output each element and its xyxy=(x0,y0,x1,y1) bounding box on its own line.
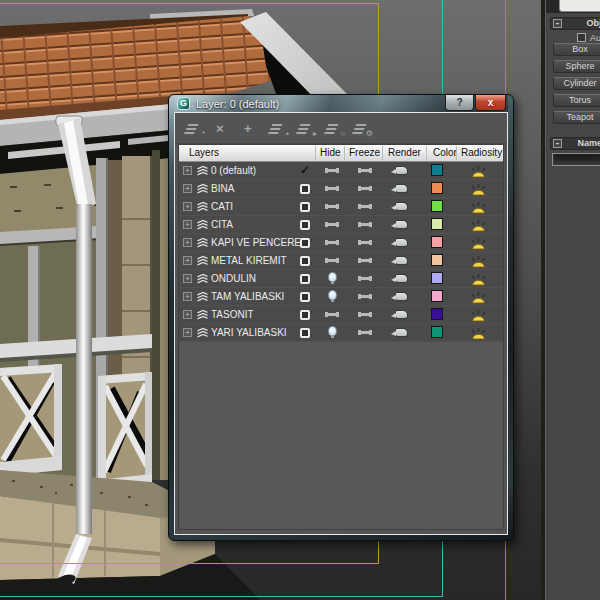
hide-dash[interactable] xyxy=(326,259,338,262)
render-icon[interactable] xyxy=(395,220,408,229)
layer-row[interactable]: +BINA xyxy=(179,180,503,198)
layer-row[interactable]: +TASONIT xyxy=(179,306,503,324)
layer-color-swatch[interactable] xyxy=(431,236,443,248)
render-icon[interactable] xyxy=(395,184,408,193)
render-icon[interactable] xyxy=(395,310,408,319)
current-layer-checkbox[interactable] xyxy=(300,328,310,338)
layer-row[interactable]: +TAM YALIBASKI xyxy=(179,288,503,306)
highlight-layer-icon[interactable]: ○ xyxy=(327,121,344,136)
hide-dash[interactable] xyxy=(326,313,338,316)
autogrid-checkbox[interactable] xyxy=(577,33,586,42)
primitive-button-box[interactable]: Box xyxy=(553,43,600,56)
column-render[interactable]: Render xyxy=(388,147,421,158)
freeze-dash[interactable] xyxy=(359,223,371,226)
freeze-dash[interactable] xyxy=(359,259,371,262)
freeze-dash[interactable] xyxy=(359,313,371,316)
layer-name[interactable]: CITA xyxy=(211,219,233,230)
render-icon[interactable] xyxy=(395,238,408,247)
render-icon[interactable] xyxy=(395,166,408,175)
primitive-button-torus[interactable]: Torus xyxy=(553,94,600,107)
layer-name[interactable]: TASONIT xyxy=(211,309,254,320)
expand-icon[interactable]: + xyxy=(183,328,192,337)
layer-row[interactable]: +KAPI VE PENCERE xyxy=(179,234,503,252)
expand-icon[interactable]: + xyxy=(183,184,192,193)
layer-properties-icon[interactable]: ⚙ xyxy=(355,121,372,136)
expand-icon[interactable]: + xyxy=(183,202,192,211)
help-button[interactable]: ? xyxy=(445,95,474,111)
current-layer-checkbox[interactable] xyxy=(300,274,310,284)
layer-color-swatch[interactable] xyxy=(431,308,443,320)
add-selection-to-layer-icon[interactable]: + xyxy=(243,121,260,136)
render-icon[interactable] xyxy=(395,274,408,283)
layer-row[interactable]: +METAL KIREMIT xyxy=(179,252,503,270)
set-current-layer-icon[interactable]: ▸ xyxy=(299,121,316,136)
layer-row[interactable]: +CITA xyxy=(179,216,503,234)
layer-color-swatch[interactable] xyxy=(431,272,443,284)
freeze-dash[interactable] xyxy=(359,205,371,208)
column-color[interactable]: Color xyxy=(433,147,457,158)
hide-dash[interactable] xyxy=(326,205,338,208)
delete-layer-icon[interactable]: × xyxy=(215,121,232,136)
layer-color-swatch[interactable] xyxy=(431,326,443,338)
freeze-dash[interactable] xyxy=(359,277,371,280)
primitive-button-sphere[interactable]: Sphere xyxy=(553,60,600,73)
close-button[interactable]: x xyxy=(475,95,506,111)
collapse-icon[interactable]: - xyxy=(553,139,562,148)
layer-color-swatch[interactable] xyxy=(431,200,443,212)
hide-dash[interactable] xyxy=(326,187,338,190)
column-radiosity[interactable]: Radiosity xyxy=(461,147,502,158)
layer-name[interactable]: ONDULIN xyxy=(211,273,256,284)
current-layer-checkbox[interactable] xyxy=(300,220,310,230)
hide-bulb-icon[interactable] xyxy=(328,326,337,336)
radiosity-icon[interactable] xyxy=(470,326,487,344)
layer-color-swatch[interactable] xyxy=(431,164,443,176)
hide-dash[interactable] xyxy=(326,223,338,226)
column-hide[interactable]: Hide xyxy=(320,147,341,158)
freeze-dash[interactable] xyxy=(359,187,371,190)
current-layer-checkbox[interactable] xyxy=(300,238,310,248)
render-icon[interactable] xyxy=(395,292,408,301)
current-layer-checkbox[interactable] xyxy=(300,310,310,320)
hide-dash[interactable] xyxy=(326,169,338,172)
hide-dash[interactable] xyxy=(326,241,338,244)
layer-color-swatch[interactable] xyxy=(431,290,443,302)
freeze-dash[interactable] xyxy=(359,169,371,172)
expand-icon[interactable]: + xyxy=(183,256,192,265)
layer-name[interactable]: TAM YALIBASKI xyxy=(211,291,284,302)
layer-name[interactable]: CATI xyxy=(211,201,233,212)
layer-row[interactable]: +CATI xyxy=(179,198,503,216)
expand-icon[interactable]: + xyxy=(183,238,192,247)
primitive-button-cylinder[interactable]: Cylinder xyxy=(553,77,600,90)
column-layers[interactable]: Layers xyxy=(189,147,219,158)
collapse-icon[interactable]: - xyxy=(553,19,562,28)
render-icon[interactable] xyxy=(395,202,408,211)
render-icon[interactable] xyxy=(395,328,408,337)
hide-bulb-icon[interactable] xyxy=(328,272,337,282)
layer-color-swatch[interactable] xyxy=(431,218,443,230)
layer-name[interactable]: KAPI VE PENCERE xyxy=(211,237,301,248)
freeze-dash[interactable] xyxy=(359,331,371,334)
column-freeze[interactable]: Freeze xyxy=(349,147,380,158)
layer-color-swatch[interactable] xyxy=(431,182,443,194)
rollout-object-type[interactable]: - Object Type xyxy=(550,17,600,30)
layer-row[interactable]: +ONDULIN xyxy=(179,270,503,288)
render-icon[interactable] xyxy=(395,256,408,265)
layer-name[interactable]: YARI YALIBASKI xyxy=(211,327,287,338)
current-layer-check[interactable]: ✓ xyxy=(298,163,312,177)
object-name-field[interactable] xyxy=(552,153,600,166)
current-layer-checkbox[interactable] xyxy=(300,202,310,212)
current-layer-checkbox[interactable] xyxy=(300,292,310,302)
primitive-button-teapot[interactable]: Teapot xyxy=(553,111,600,124)
select-objects-in-layer-icon[interactable]: ▪ xyxy=(271,121,288,136)
layer-color-swatch[interactable] xyxy=(431,254,443,266)
expand-icon[interactable]: + xyxy=(183,220,192,229)
current-layer-checkbox[interactable] xyxy=(300,256,310,266)
layer-name[interactable]: BINA xyxy=(211,183,234,194)
hide-bulb-icon[interactable] xyxy=(328,290,337,300)
rollout-name-color[interactable]: - Name and Color xyxy=(550,137,600,150)
create-new-layer-icon[interactable]: * xyxy=(187,121,204,136)
current-layer-checkbox[interactable] xyxy=(300,184,310,194)
layer-row[interactable]: +0 (default)✓ xyxy=(179,162,503,180)
expand-icon[interactable]: + xyxy=(183,274,192,283)
freeze-dash[interactable] xyxy=(359,295,371,298)
